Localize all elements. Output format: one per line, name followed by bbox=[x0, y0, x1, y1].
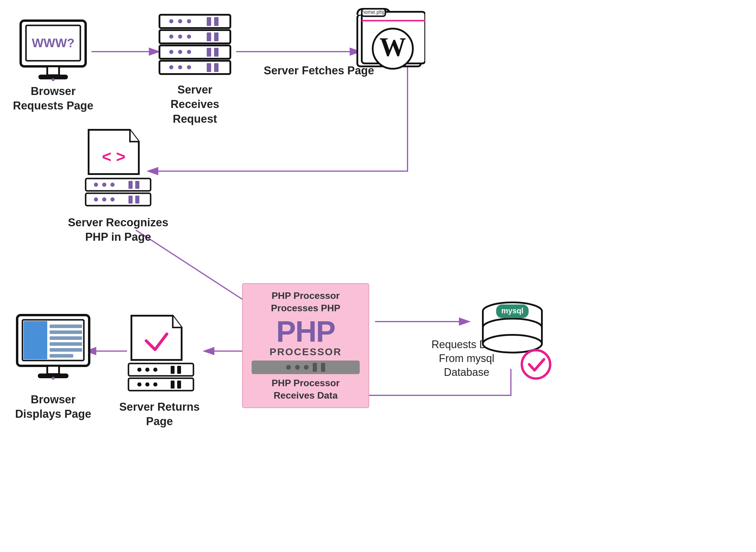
diagram-container: WWW? Browser Requests Page bbox=[0, 0, 756, 552]
svg-text:W: W bbox=[380, 32, 406, 62]
svg-rect-84 bbox=[49, 324, 82, 328]
mysql-icon: mysql bbox=[478, 295, 555, 385]
svg-rect-55 bbox=[128, 195, 133, 203]
svg-point-72 bbox=[153, 368, 157, 372]
svg-point-28 bbox=[187, 50, 191, 54]
svg-point-21 bbox=[178, 34, 182, 39]
svg-point-26 bbox=[169, 50, 173, 54]
arrows-svg bbox=[0, 0, 756, 552]
svg-rect-87 bbox=[49, 342, 82, 346]
browser-displays-icon bbox=[15, 313, 92, 385]
server-recognizes-icon: < > bbox=[80, 127, 156, 211]
svg-text:WWW?: WWW? bbox=[32, 36, 75, 50]
svg-rect-74 bbox=[177, 366, 181, 374]
server-recognizes-label: Server Recognizes PHP in Page bbox=[62, 216, 174, 245]
svg-rect-79 bbox=[171, 381, 175, 389]
php-server-bar bbox=[251, 361, 360, 374]
server-returns-doc-icon bbox=[124, 313, 198, 392]
svg-rect-17 bbox=[207, 17, 211, 26]
browser-display-monitor-icon bbox=[15, 313, 92, 384]
svg-rect-56 bbox=[135, 195, 139, 203]
svg-point-76 bbox=[137, 382, 141, 387]
svg-point-20 bbox=[169, 34, 173, 39]
svg-point-48 bbox=[110, 183, 115, 187]
svg-rect-85 bbox=[49, 330, 82, 334]
svg-point-22 bbox=[187, 34, 191, 39]
dot2 bbox=[295, 365, 300, 370]
svg-point-77 bbox=[145, 382, 149, 387]
php-bottom-label: PHP Processor Receives Data bbox=[251, 377, 360, 402]
php-top-label: PHP Processor Processes PHP bbox=[251, 290, 360, 314]
svg-point-70 bbox=[137, 368, 141, 372]
svg-point-78 bbox=[153, 382, 157, 387]
svg-text:home.php: home.php bbox=[362, 9, 386, 15]
svg-rect-10 bbox=[47, 66, 59, 75]
server-returns-label: Server Returns Page bbox=[115, 400, 204, 429]
svg-rect-18 bbox=[214, 17, 219, 26]
server-returns-icon bbox=[124, 313, 198, 394]
monitor-icon: WWW? bbox=[18, 18, 89, 83]
svg-point-14 bbox=[169, 19, 173, 23]
svg-point-92 bbox=[52, 377, 55, 380]
svg-point-34 bbox=[187, 65, 191, 69]
svg-point-12 bbox=[52, 78, 55, 81]
svg-point-32 bbox=[169, 65, 173, 69]
server-receives-label: Server Receives Request bbox=[153, 83, 236, 126]
svg-rect-50 bbox=[135, 181, 139, 189]
php-processor-box: PHP Processor Processes PHP PHP PROCESSO… bbox=[242, 283, 369, 408]
dot3 bbox=[304, 365, 309, 370]
dot1 bbox=[286, 365, 291, 370]
php-page-server-icon: < > bbox=[80, 127, 156, 210]
svg-point-53 bbox=[102, 197, 106, 201]
svg-point-68 bbox=[522, 350, 550, 379]
php-big-text: PHP bbox=[251, 316, 360, 346]
svg-rect-29 bbox=[207, 48, 211, 57]
server-receives-icon bbox=[156, 12, 233, 78]
svg-rect-73 bbox=[171, 366, 175, 374]
svg-point-33 bbox=[178, 65, 182, 69]
svg-rect-86 bbox=[49, 336, 82, 340]
svg-point-46 bbox=[94, 183, 98, 187]
svg-rect-30 bbox=[214, 48, 219, 57]
database-icon: mysql bbox=[478, 295, 555, 384]
folder-wp-icon: home.php W bbox=[348, 6, 425, 74]
svg-rect-83 bbox=[24, 321, 47, 359]
bar2 bbox=[321, 363, 325, 372]
svg-rect-90 bbox=[47, 366, 59, 374]
bar1 bbox=[313, 363, 317, 372]
browser-requests-label: Browser Requests Page bbox=[9, 84, 97, 113]
svg-text:< >: < > bbox=[102, 147, 125, 166]
server-icon bbox=[156, 12, 233, 77]
svg-rect-88 bbox=[49, 348, 82, 352]
svg-rect-80 bbox=[177, 381, 181, 389]
svg-rect-24 bbox=[214, 32, 219, 41]
svg-text:mysql: mysql bbox=[501, 306, 523, 315]
svg-rect-49 bbox=[128, 181, 133, 189]
svg-rect-36 bbox=[214, 63, 219, 72]
svg-rect-23 bbox=[207, 32, 211, 41]
svg-rect-35 bbox=[207, 63, 211, 72]
svg-rect-89 bbox=[49, 354, 73, 358]
browser-displays-label: Browser Displays Page bbox=[9, 392, 97, 422]
svg-point-52 bbox=[94, 197, 98, 201]
svg-point-16 bbox=[187, 19, 191, 23]
svg-point-54 bbox=[110, 197, 115, 201]
svg-point-47 bbox=[102, 183, 106, 187]
php-processor-word: PROCESSOR bbox=[251, 346, 360, 358]
wordpress-icon: home.php W bbox=[348, 6, 425, 75]
svg-point-27 bbox=[178, 50, 182, 54]
browser-requests-icon: WWW? bbox=[18, 18, 89, 84]
svg-point-71 bbox=[145, 368, 149, 372]
svg-point-15 bbox=[178, 19, 182, 23]
